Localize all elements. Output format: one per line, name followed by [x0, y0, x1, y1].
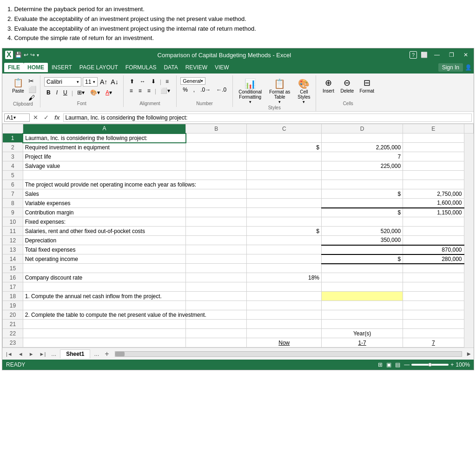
row-header-9[interactable]: 9	[3, 208, 23, 217]
cell-9-A[interactable]: Contribution margin	[23, 208, 185, 217]
menu-home[interactable]: HOME	[24, 63, 48, 72]
row-header-5[interactable]: 5	[3, 171, 23, 180]
cell-23-C[interactable]: Now	[247, 338, 322, 347]
cell-4-B[interactable]	[186, 161, 247, 171]
cell-11-E[interactable]	[403, 227, 464, 236]
row-header-23[interactable]: 23	[3, 338, 23, 347]
cell-12-E[interactable]	[403, 236, 464, 245]
cell-18-B[interactable]	[186, 292, 247, 301]
sheet-nav-next[interactable]: ►	[27, 350, 36, 358]
cell-21-D[interactable]	[322, 320, 403, 329]
cell-21-C[interactable]	[247, 320, 322, 329]
merge-btn[interactable]: ⬜▾	[158, 87, 172, 95]
cell-13-C[interactable]	[247, 245, 322, 254]
cell-13-E[interactable]: 870,000	[403, 245, 464, 254]
percent-btn[interactable]: %	[180, 86, 190, 94]
undo-btn[interactable]: ↩	[24, 52, 28, 58]
quick-access-more[interactable]: ▾	[37, 53, 39, 58]
cell-8-D[interactable]	[322, 199, 403, 208]
cell-17-C[interactable]	[247, 282, 322, 292]
sheet-dots-right[interactable]: ...	[92, 349, 101, 358]
cell-23-E[interactable]: 7	[403, 338, 464, 347]
increase-decimal-btn[interactable]: .0→	[198, 86, 213, 94]
menu-insert[interactable]: INSERT	[48, 63, 76, 72]
menu-page-layout[interactable]: PAGE LAYOUT	[76, 63, 122, 72]
cell-7-D[interactable]: $	[322, 189, 403, 199]
font-size-dropdown[interactable]: ▾	[93, 80, 95, 84]
cell-1-B[interactable]	[186, 134, 247, 143]
row-header-10[interactable]: 10	[3, 217, 23, 227]
cell-5-E[interactable]	[403, 171, 464, 180]
cell-16-E[interactable]	[403, 273, 464, 282]
paste-button[interactable]: 📋 Paste	[10, 77, 26, 94]
align-middle-btn[interactable]: ↔	[138, 77, 148, 86]
sheet-dots-left[interactable]: ...	[49, 349, 58, 358]
cell-2-B[interactable]	[186, 143, 247, 152]
cell-21-E[interactable]	[403, 320, 464, 329]
cell-22-B[interactable]	[186, 329, 247, 338]
row-header-18[interactable]: 18	[3, 292, 23, 301]
cancel-formula-btn[interactable]: ✕	[32, 114, 40, 121]
cell-14-D[interactable]: $	[322, 254, 403, 264]
cell-4-E[interactable]	[403, 161, 464, 171]
row-header-8[interactable]: 8	[3, 199, 23, 208]
cells-format-btn[interactable]: ⊟ Format	[357, 77, 376, 94]
cell-14-E[interactable]: 280,000	[403, 254, 464, 264]
menu-formulas[interactable]: FORMULAS	[122, 63, 160, 72]
cell-11-D[interactable]: 520,000	[322, 227, 403, 236]
align-bottom-btn[interactable]: ⬇	[149, 77, 158, 86]
cell-20-D[interactable]	[322, 310, 403, 320]
cell-9-C[interactable]	[247, 208, 322, 217]
cell-11-B[interactable]	[186, 227, 247, 236]
row-header-11[interactable]: 11	[3, 227, 23, 236]
sheet-nav-prev[interactable]: ◄	[16, 350, 25, 358]
cell-13-B[interactable]	[186, 245, 247, 254]
cell-15-E[interactable]	[403, 264, 464, 273]
cell-8-B[interactable]	[186, 199, 247, 208]
align-left-btn[interactable]: ≡	[127, 87, 135, 95]
cell-12-D[interactable]: 350,000	[322, 236, 403, 245]
align-right-btn[interactable]: ≡	[145, 87, 153, 95]
col-header-A[interactable]: A	[23, 124, 185, 134]
cell-8-E[interactable]: 1,600,000	[403, 199, 464, 208]
font-name-dropdown[interactable]: ▾	[77, 80, 79, 84]
redo-btn[interactable]: ↪	[30, 52, 35, 58]
row-header-2[interactable]: 2	[3, 143, 23, 152]
cell-3-C[interactable]	[247, 152, 322, 161]
cell-16-D[interactable]	[322, 273, 403, 282]
cell-9-D[interactable]: $	[322, 208, 403, 217]
cells-delete-btn[interactable]: ⊖ Delete	[338, 77, 356, 94]
cell-17-A[interactable]	[23, 282, 185, 292]
formula-input[interactable]: Laurman, Inc. is considering the followi…	[63, 114, 472, 122]
align-top-btn[interactable]: ⬆	[127, 77, 137, 86]
sheet-add-btn[interactable]: +	[103, 350, 111, 358]
cell-7-C[interactable]	[247, 189, 322, 199]
wrap-text-btn[interactable]: ≡	[163, 77, 171, 86]
cell-10-D[interactable]	[322, 217, 403, 227]
cell-8-A[interactable]: Variable expenses	[23, 199, 185, 208]
cell-15-B[interactable]	[186, 264, 247, 273]
font-shrink-btn[interactable]: A↓	[110, 78, 119, 86]
col-header-C[interactable]: C	[247, 124, 322, 134]
copy-btn[interactable]: ⬜	[28, 86, 36, 93]
cell-14-B[interactable]	[186, 254, 247, 264]
restore-btn[interactable]: ❐	[446, 52, 457, 58]
font-grow-btn[interactable]: A↑	[99, 78, 108, 86]
cell-3-A[interactable]: Project life	[23, 152, 185, 161]
confirm-formula-btn[interactable]: ✓	[42, 114, 50, 121]
cell-7-A[interactable]: Sales	[23, 189, 185, 199]
number-format-box[interactable]: General ▾	[180, 77, 205, 85]
cell-13-D[interactable]	[322, 245, 403, 254]
border-btn[interactable]: ⊞▾	[75, 88, 87, 97]
name-box-dropdown[interactable]: ▾	[13, 115, 16, 120]
cell-5-D[interactable]	[322, 171, 403, 180]
cut-btn[interactable]: ✂	[28, 77, 36, 85]
decrease-decimal-btn[interactable]: ←.0	[214, 86, 229, 94]
cell-12-C[interactable]	[247, 236, 322, 245]
cell-13-A[interactable]: Total fixed expenses	[23, 245, 185, 254]
cell-4-A[interactable]: Salvage value	[23, 161, 185, 171]
cell-10-B[interactable]	[186, 217, 247, 227]
row-header-12[interactable]: 12	[3, 236, 23, 245]
close-btn[interactable]: ✕	[461, 52, 471, 58]
cell-14-C[interactable]	[247, 254, 322, 264]
